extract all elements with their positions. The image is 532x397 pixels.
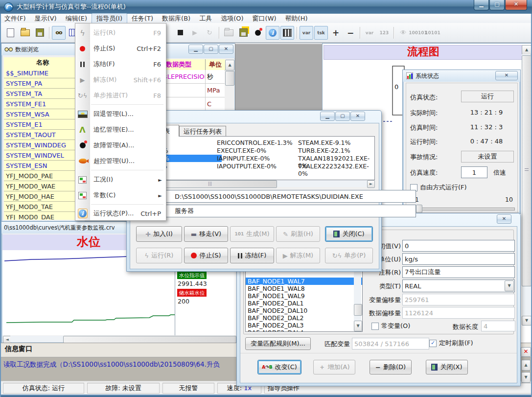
menu-item-run[interactable]: ϟ 运行(R)F9	[75, 25, 166, 41]
list-item[interactable]: BAF_NODE2_DAL1	[246, 300, 362, 307]
add-button[interactable]: ＋ 增加(A)	[313, 360, 355, 374]
minimize-button[interactable]: ▁	[188, 45, 203, 54]
scrollbar-thumb[interactable]	[63, 336, 236, 343]
refresh-button[interactable]: ✎刷新(H)	[276, 226, 320, 242]
scroll-down-arrow[interactable]: ▼	[521, 372, 531, 383]
name-column-header[interactable]: 名称	[4, 57, 81, 69]
unit-input[interactable]: kg/s	[402, 253, 515, 265]
generate-button[interactable]: 101生成(M)	[230, 226, 274, 242]
combo-dropdown-button[interactable]: ▼	[505, 280, 514, 291]
const-var-checkbox[interactable]: 常变量(O)	[371, 322, 410, 330]
close-button[interactable]: ✕	[497, 214, 511, 224]
tab-running-task-list[interactable]: 运行任务列表	[179, 126, 226, 137]
close-button[interactable]: ✕	[219, 45, 233, 54]
freeze-task-button[interactable]: 冻结(F)	[230, 248, 274, 263]
scroll-up-arrow[interactable]: ▲	[225, 60, 234, 70]
task-path-field[interactable]: D:\SS1000\SS1000\SS1000DB\REMOTETASKS\DU…	[135, 190, 416, 203]
type-combobox[interactable]: REAL ▼	[402, 280, 515, 292]
unfreeze-task-button[interactable]: ▶解冻(M)	[276, 248, 320, 263]
list-item[interactable]: BAF_NODE1_WAL9	[246, 292, 362, 300]
save-button[interactable]	[33, 26, 46, 40]
list-item[interactable]: BAF_NODE2_DAL3	[246, 322, 362, 329]
table-row[interactable]: YFJ_MOD0_HAE	[4, 191, 81, 202]
table-row[interactable]: YFJ_MOD0_PAE	[4, 171, 81, 181]
minimize-button[interactable]: ▁	[474, 0, 489, 10]
menu-item-unfreeze[interactable]: ▶ 解冻(M)Shift+F6	[75, 72, 166, 88]
table-row[interactable]: SYSTEM_E1	[4, 119, 81, 130]
table-row[interactable]: YFJ_MOD0_TAE	[4, 202, 81, 212]
film-button[interactable]	[280, 26, 294, 40]
close-button[interactable]: ✕	[505, 0, 527, 10]
task-item[interactable]: TXALEX22232432.EXE-0%	[298, 163, 374, 177]
menu-window[interactable]: 窗口(W)	[248, 14, 281, 23]
info-button[interactable]: i	[266, 26, 279, 40]
task-item[interactable]: STEAM.EXE-9.1%	[298, 139, 350, 146]
table-row[interactable]: $$_SIMUTIME	[4, 68, 81, 78]
run-task-button[interactable]: ϟ运行(R)	[136, 248, 182, 263]
list-item[interactable]: BAF_NODE2_DAL4	[246, 329, 362, 332]
step-sim-button[interactable]: ↻	[203, 26, 216, 40]
minimize-button[interactable]: ▁	[320, 112, 335, 121]
menu-item-fault-manage[interactable]: 故障管理(A)...	[75, 138, 166, 153]
close-button[interactable]: 关闭(X)	[426, 360, 468, 374]
scrollbar-thumb[interactable]	[354, 304, 362, 316]
task-window-button[interactable]: tsk	[314, 26, 328, 40]
table-row[interactable]: SYSTEM_WSA	[4, 109, 81, 119]
open-task-button[interactable]	[222, 26, 235, 40]
system-status-titlebar[interactable]: 系统状态 ✕	[403, 70, 520, 82]
table-row[interactable]: YFJ_MOD0_WAE	[4, 181, 81, 191]
close-task-dialog-button[interactable]: 关闭(C)	[325, 226, 373, 242]
menu-edit[interactable]: 编辑(E)	[61, 14, 92, 23]
scroll-up-arrow[interactable]: ▲	[521, 360, 531, 371]
table-row[interactable]: SYSTEM_PA	[4, 78, 81, 89]
task-item[interactable]: ERICCONTROL.EXE-1.3%	[217, 139, 293, 146]
menu-options[interactable]: 选项(O)	[216, 14, 248, 23]
zoom-out-button[interactable]: −	[344, 26, 357, 40]
menu-tools[interactable]: 工具	[195, 14, 216, 23]
binary-doc1-button[interactable]: 100101	[411, 26, 425, 40]
free-run-checkbox[interactable]: 自由方式运行(F)	[410, 183, 467, 192]
menu-item-override-manage[interactable]: 超控管理(U)...	[75, 153, 166, 169]
alarm-close-button[interactable]: ✕	[521, 347, 531, 357]
step-task-button[interactable]: ↻ϟ单步(P)	[325, 248, 373, 263]
title-bar[interactable]: 大型科学计算与仿真引擎--流程0(单机) ▁ ▢ ✕	[0, 0, 532, 14]
menu-help[interactable]: 帮助(H)	[281, 14, 312, 23]
add-task-button[interactable]: ✛加入(I)	[136, 226, 182, 242]
table-row[interactable]: SYSTEM_ESN	[4, 161, 81, 171]
menu-file[interactable]: 文件(F)	[0, 14, 30, 23]
scrollbar-thumb[interactable]	[225, 71, 234, 86]
scroll-down-arrow[interactable]: ▼	[522, 316, 532, 326]
menu-database[interactable]: 数据库(B)	[158, 14, 195, 23]
menu-item-constant[interactable]: 常数(C)►	[75, 187, 166, 203]
init-input[interactable]: 0	[402, 240, 515, 252]
speed-input[interactable]: 1	[461, 166, 487, 178]
num-export-button[interactable]: 123	[377, 26, 391, 40]
data-browse-button[interactable]: oo	[52, 26, 66, 40]
var-export-button[interactable]: var	[363, 26, 376, 40]
menu-item-freeze[interactable]: 冻结(F)F6	[75, 56, 166, 72]
close-button[interactable]: ✕	[350, 112, 365, 121]
scroll-right-arrow[interactable]: ►	[367, 180, 375, 188]
scroll-down-arrow[interactable]: ▼	[354, 321, 362, 331]
table-row[interactable]: SYSTEM_TAOUT	[4, 130, 81, 140]
maximize-button[interactable]: ▢	[489, 0, 505, 10]
var-window-button[interactable]: var	[300, 26, 313, 40]
scroll-up-arrow[interactable]: ▲	[522, 45, 532, 55]
table-row[interactable]: YFJ_MOD0_DAE	[4, 212, 81, 220]
menu-item-recall[interactable]: Λ 追忆管理(E)...	[75, 122, 166, 138]
stop-sim-button[interactable]	[173, 26, 187, 40]
comment-input[interactable]: 7号出口流量	[402, 266, 515, 278]
zoom-in-button[interactable]: +	[329, 26, 343, 40]
list-item[interactable]: BAF_NODE2_DAL10	[246, 307, 362, 314]
scrollbar-thumb[interactable]	[522, 55, 532, 286]
task-item[interactable]: IAPINPUT.EXE-0%	[217, 155, 270, 162]
change-button[interactable]: A↷B 改变(C)	[257, 360, 301, 374]
open-file-button[interactable]	[18, 26, 32, 40]
data-browser-titlebar[interactable]: 数据浏览	[1, 44, 85, 55]
task-list[interactable]: 3.2% ERICCONTROL.EXE-1.3% STEAM.EXE-9.1%…	[135, 136, 375, 180]
unit-column-header[interactable]: 单位	[205, 59, 225, 70]
remove-task-button[interactable]: ▬移走(V)	[184, 226, 228, 242]
speed-slider-track[interactable]	[410, 208, 515, 210]
server-field[interactable]: 服务器	[135, 205, 416, 217]
task-item[interactable]: TURB.EXE-22.1%	[298, 147, 350, 154]
